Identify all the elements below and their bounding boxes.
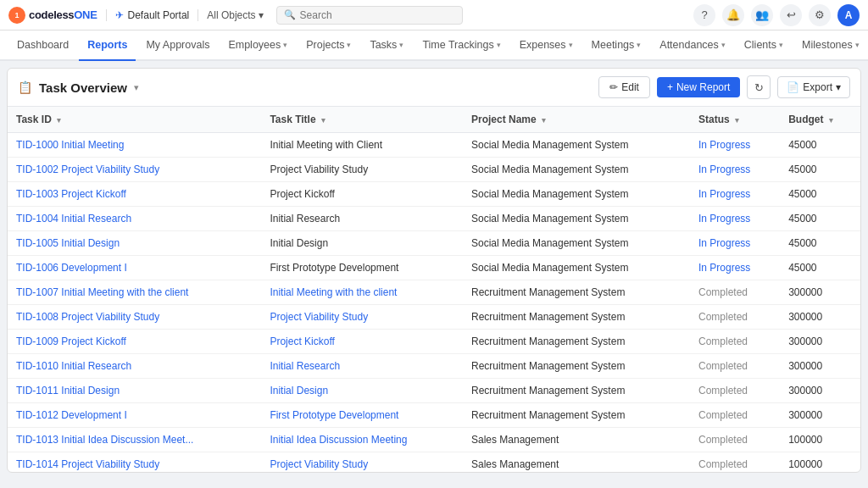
cell-status: Completed — [690, 379, 780, 403]
meetings-caret: ▾ — [637, 41, 641, 49]
nav-item-meetings[interactable]: Meetings ▾ — [583, 30, 650, 60]
cell-task-title: Initial Design — [261, 231, 463, 256]
nav-item-reports[interactable]: Reports — [79, 30, 136, 61]
nav-item-employees[interactable]: Employees ▾ — [220, 30, 296, 60]
cell-status: In Progress — [690, 207, 780, 231]
cell-project-name: Sales Management — [463, 428, 690, 452]
nav-item-time-trackings[interactable]: Time Trackings ▾ — [414, 30, 509, 60]
table-container[interactable]: Task ID ▾ Task Title ▾ Project Name ▾ St… — [8, 107, 860, 472]
table-row: TID-1009 Project Kickoff Project Kickoff… — [8, 330, 860, 354]
nav-item-clients[interactable]: Clients ▾ — [736, 30, 792, 60]
cell-budget: 45000 — [780, 182, 860, 207]
task-id-link[interactable]: TID-1005 Initial Design — [16, 237, 120, 249]
nav-item-my-approvals[interactable]: My Approvals — [137, 30, 218, 60]
cell-status: In Progress — [690, 182, 780, 207]
nav-bar: Dashboard Reports My Approvals Employees… — [0, 30, 868, 61]
edit-button[interactable]: ✏ Edit — [598, 76, 650, 98]
nav-item-tasks[interactable]: Tasks ▾ — [361, 30, 412, 60]
cell-status: Completed — [690, 354, 780, 379]
export-button[interactable]: 📄 Export ▾ — [777, 76, 850, 98]
cell-budget: 300000 — [780, 403, 860, 428]
task-id-link[interactable]: TID-1008 Project Viability Study — [16, 311, 159, 323]
cell-status: Completed — [690, 428, 780, 452]
cell-task-id: TID-1011 Initial Design — [8, 379, 261, 403]
nav-item-expenses[interactable]: Expenses ▾ — [511, 30, 581, 60]
col-task-title[interactable]: Task Title ▾ — [261, 107, 463, 133]
task-id-link[interactable]: TID-1004 Initial Research — [16, 213, 131, 225]
task-id-link[interactable]: TID-1006 Development I — [16, 262, 127, 274]
cell-task-id: TID-1010 Initial Research — [8, 354, 261, 379]
col-project-name[interactable]: Project Name ▾ — [463, 107, 690, 133]
task-id-link[interactable]: TID-1003 Project Kickoff — [16, 188, 126, 200]
sort-task-id-icon: ▾ — [57, 116, 61, 125]
cell-project-name: Recruitment Management System — [463, 280, 690, 305]
task-id-link[interactable]: TID-1010 Initial Research — [16, 360, 131, 372]
cell-task-id: TID-1013 Initial Idea Discussion Meet... — [8, 428, 261, 452]
tasks-caret: ▾ — [399, 41, 403, 49]
cell-project-name: Social Media Management System — [463, 231, 690, 256]
task-id-link[interactable]: TID-1011 Initial Design — [16, 385, 120, 396]
sort-status-icon: ▾ — [735, 116, 739, 125]
cell-budget: 45000 — [780, 231, 860, 256]
milestones-caret: ▾ — [855, 41, 860, 49]
cell-task-id: TID-1000 Initial Meeting — [8, 133, 261, 158]
export-label: Export — [803, 81, 832, 93]
task-id-link[interactable]: TID-1000 Initial Meeting — [16, 139, 124, 151]
cell-budget: 45000 — [780, 256, 860, 280]
cell-task-id: TID-1008 Project Viability Study — [8, 305, 261, 330]
cell-task-title: Initial Research — [261, 354, 463, 379]
cell-budget: 300000 — [780, 379, 860, 403]
sort-budget-icon: ▾ — [829, 116, 833, 125]
table-row: TID-1006 Development I First Prototype D… — [8, 256, 860, 280]
cell-task-title: Initial Design — [261, 379, 463, 403]
task-id-link[interactable]: TID-1009 Project Kickoff — [16, 336, 126, 347]
nav-item-milestones[interactable]: Milestones ▾ — [793, 30, 868, 60]
users-icon[interactable]: 👥 — [751, 4, 773, 26]
portal-label[interactable]: Default Portal — [128, 9, 190, 21]
search-input[interactable] — [300, 9, 455, 21]
task-id-link[interactable]: TID-1007 Initial Meeting with the client — [16, 286, 188, 298]
all-objects-label: All Objects — [207, 9, 255, 21]
cell-task-id: TID-1014 Project Viability Study — [8, 452, 261, 473]
time-caret: ▾ — [497, 41, 501, 49]
nav-item-attendances[interactable]: Attendances ▾ — [651, 30, 734, 60]
task-id-link[interactable]: TID-1013 Initial Idea Discussion Meet... — [16, 434, 193, 446]
settings-icon[interactable]: ⚙ — [809, 4, 831, 26]
search-bar[interactable]: 🔍 — [276, 6, 463, 25]
avatar[interactable]: A — [837, 4, 860, 26]
task-id-link[interactable]: TID-1014 Project Viability Study — [16, 458, 159, 470]
title-dropdown-icon[interactable]: ▾ — [134, 82, 139, 93]
task-table: Task ID ▾ Task Title ▾ Project Name ▾ St… — [8, 107, 860, 472]
edit-label: Edit — [621, 81, 639, 93]
new-report-button[interactable]: + New Report — [657, 77, 740, 97]
search-icon: 🔍 — [284, 9, 296, 20]
all-objects-dropdown[interactable]: All Objects ▾ — [198, 9, 263, 21]
cell-task-id: TID-1009 Project Kickoff — [8, 330, 261, 354]
nav-item-dashboard[interactable]: Dashboard — [8, 30, 77, 60]
table-body: TID-1000 Initial Meeting Initial Meeting… — [8, 133, 860, 473]
col-status[interactable]: Status ▾ — [690, 107, 780, 133]
cell-project-name: Social Media Management System — [463, 158, 690, 182]
col-budget[interactable]: Budget ▾ — [780, 107, 860, 133]
col-task-id[interactable]: Task ID ▾ — [8, 107, 261, 133]
clients-caret: ▾ — [779, 41, 783, 49]
nav-item-projects[interactable]: Projects ▾ — [298, 30, 359, 60]
plus-icon: + — [667, 81, 673, 93]
header-actions: ✏ Edit + New Report ↻ 📄 Export ▾ — [598, 75, 850, 99]
task-id-link[interactable]: TID-1002 Project Viability Study — [16, 164, 159, 175]
export-caret: ▾ — [836, 81, 841, 93]
cell-project-name: Recruitment Management System — [463, 354, 690, 379]
cell-project-name: Recruitment Management System — [463, 330, 690, 354]
task-id-link[interactable]: TID-1012 Development I — [16, 409, 127, 421]
cell-status: Completed — [690, 452, 780, 473]
history-icon[interactable]: ↩ — [780, 4, 802, 26]
cell-task-title: Initial Meeting with the client — [261, 280, 463, 305]
portal-icon: ✈ — [115, 9, 124, 21]
cell-status: In Progress — [690, 256, 780, 280]
report-title: Task Overview — [39, 80, 127, 95]
notifications-icon[interactable]: 🔔 — [722, 4, 744, 26]
content-area: 📋 Task Overview ▾ ✏ Edit + New Report ↻ … — [7, 68, 861, 473]
projects-caret: ▾ — [347, 41, 351, 49]
refresh-button[interactable]: ↻ — [747, 75, 771, 99]
help-icon[interactable]: ? — [693, 4, 715, 26]
